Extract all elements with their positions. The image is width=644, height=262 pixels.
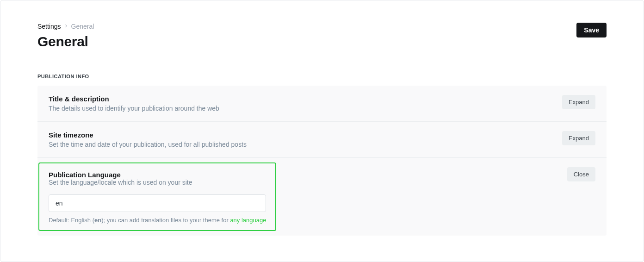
any-language-link[interactable]: any language [230, 217, 266, 224]
row-description: The details used to identify your public… [49, 105, 562, 112]
publication-info-panel: Title & description The details used to … [37, 86, 607, 236]
row-title: Publication Language [49, 171, 266, 179]
close-button[interactable]: Close [567, 167, 595, 181]
save-button[interactable]: Save [576, 23, 607, 37]
hint-mid: ); you can add translation files to your… [101, 217, 230, 224]
row-description: Set the time and date of your publicatio… [49, 141, 562, 148]
expand-button[interactable]: Expand [562, 131, 595, 145]
row-title: Site timezone [49, 131, 562, 139]
page-title: General [37, 34, 94, 50]
row-description: Set the language/locale which is used on… [49, 179, 266, 186]
breadcrumb-current: General [71, 23, 94, 30]
hint-bold: en [94, 217, 101, 224]
language-input[interactable] [49, 194, 266, 212]
row-site-timezone: Site timezone Set the time and date of y… [37, 122, 607, 158]
expand-button[interactable]: Expand [562, 95, 595, 109]
breadcrumb: Settings General [37, 23, 94, 30]
row-title: Title & description [49, 95, 562, 103]
hint-prefix: Default: English ( [49, 217, 94, 224]
language-hint: Default: English (en); you can add trans… [49, 217, 266, 224]
breadcrumb-root[interactable]: Settings [37, 23, 61, 30]
highlighted-language-block: Publication Language Set the language/lo… [38, 162, 276, 231]
chevron-right-icon [64, 23, 68, 30]
row-title-description: Title & description The details used to … [37, 86, 607, 122]
row-publication-language: Publication Language Set the language/lo… [37, 158, 607, 236]
section-label: PUBLICATION INFO [37, 74, 607, 79]
